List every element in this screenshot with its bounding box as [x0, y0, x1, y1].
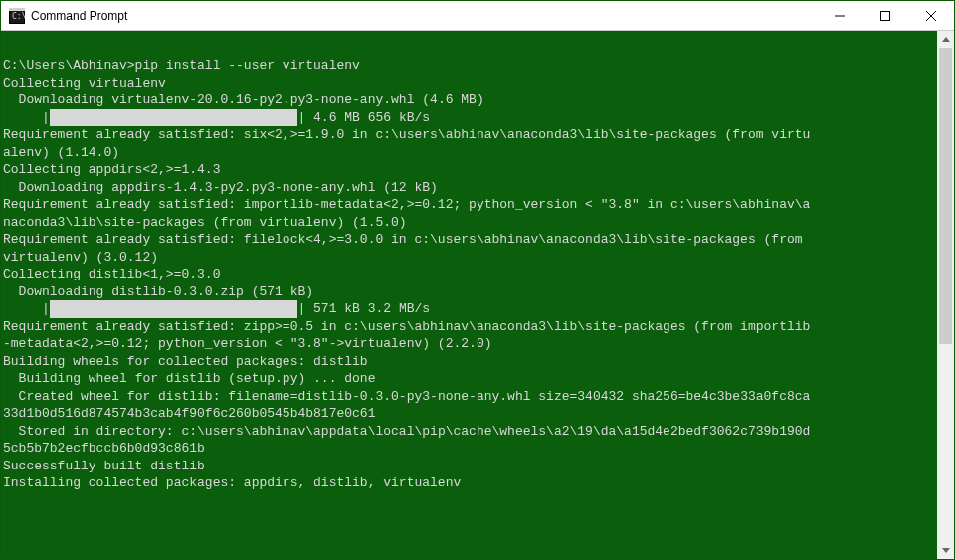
output-line: Collecting distlib<1,>=0.3.0: [3, 267, 220, 281]
output-line: Downloading appdirs-1.4.3-py2.py3-none-a…: [3, 180, 438, 195]
terminal-output[interactable]: C:\Users\Abhinav>pip install --user virt…: [1, 31, 937, 559]
output-line: Building wheels for collected packages: …: [3, 354, 368, 369]
svg-rect-5: [881, 11, 890, 20]
output-line: Building wheel for distlib (setup.py) ..…: [3, 371, 375, 386]
output-line: Downloading distlib-0.3.0.zip (571 kB): [3, 284, 313, 299]
output-line: Requirement already satisfied: importlib…: [3, 197, 810, 212]
output-line: virtualenv) (3.0.12): [3, 250, 158, 265]
window-title: Command Prompt: [31, 9, 817, 23]
vertical-scrollbar[interactable]: [937, 31, 954, 559]
command-prompt-window: C:\ Command Prompt C:\Users\Abhinav>pip …: [0, 0, 955, 560]
maximize-button[interactable]: [862, 1, 908, 30]
output-line: Collecting virtualenv: [3, 76, 166, 91]
scroll-track[interactable]: [937, 48, 954, 542]
output-line: Downloading virtualenv-20.0.16-py2.py3-n…: [3, 93, 484, 107]
svg-marker-9: [942, 548, 950, 553]
close-button[interactable]: [908, 1, 954, 30]
terminal-area: C:\Users\Abhinav>pip install --user virt…: [1, 31, 954, 559]
minimize-button[interactable]: [817, 1, 862, 30]
titlebar[interactable]: C:\ Command Prompt: [1, 1, 954, 31]
titlebar-controls: [817, 1, 954, 30]
scroll-up-arrow[interactable]: [937, 31, 954, 48]
app-icon: C:\: [9, 8, 25, 24]
output-line: Requirement already satisfied: filelock<…: [3, 232, 810, 247]
output-line: Successfully built distlib: [3, 459, 205, 473]
scroll-thumb[interactable]: [939, 48, 952, 344]
output-line: Created wheel for distlib: filename=dist…: [3, 389, 810, 404]
svg-marker-8: [942, 37, 950, 42]
prompt-line: C:\Users\Abhinav>pip install --user virt…: [3, 58, 360, 73]
output-line: Collecting appdirs<2,>=1.4.3: [3, 162, 220, 177]
output-line: -metadata<2,>=0.12; python_version < "3.…: [3, 336, 491, 351]
output-line: 5cb5b7b2ecfbccb6b0d93c861b: [3, 441, 205, 456]
progress-bar: [50, 109, 298, 127]
output-line: naconda3\lib\site-packages (from virtual…: [3, 215, 407, 230]
output-line: Installing collected packages: appdirs, …: [3, 475, 461, 490]
progress-bar: [50, 300, 298, 318]
output-line: Requirement already satisfied: six<2,>=1…: [3, 127, 810, 142]
svg-text:C:\: C:\: [12, 12, 25, 21]
svg-rect-3: [9, 8, 25, 11]
output-line: 33d1b0d516d874574b3cab4f90f6c260b0545b4b…: [3, 406, 375, 421]
progress-line: | | 4.6 MB 656 kB/s: [3, 110, 430, 125]
scroll-down-arrow[interactable]: [937, 542, 954, 559]
progress-line: | | 571 kB 3.2 MB/s: [3, 301, 430, 316]
output-line: Requirement already satisfied: zipp>=0.5…: [3, 319, 810, 334]
output-line: alenv) (1.14.0): [3, 145, 119, 160]
output-line: Stored in directory: c:\users\abhinav\ap…: [3, 424, 810, 439]
